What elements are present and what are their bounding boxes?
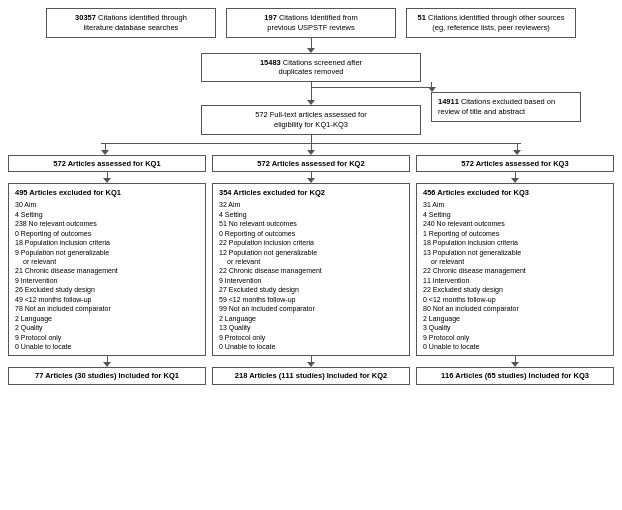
fulltext-line2: eligibility for KQ1-KQ3 (274, 120, 348, 129)
source-box-1: 30357 Citations identified through liter… (46, 8, 216, 38)
fulltext-line1: 572 Full-text articles assessed for (255, 110, 367, 119)
source3-line1: Citations identified through other sourc… (428, 13, 564, 22)
source1-number: 30357 (75, 13, 96, 22)
kq2-excluded-items: 32 Aim 4 Setting 51 No relevant outcomes… (219, 200, 403, 351)
kq3-excluded-box: 456 Articles excluded for KQ3 31 Aim 4 S… (416, 183, 614, 356)
flowchart: 30357 Citations identified through liter… (8, 8, 614, 385)
excluded-line2: review of title and abstract (438, 107, 525, 116)
kq2-excluded-title: 354 Articles excluded for KQ2 (219, 188, 403, 198)
screened-line1: Citations screened after (283, 58, 362, 67)
kq2-column: 572 Articles assessed for KQ2 354 Articl… (212, 155, 410, 386)
kq2-assessed-label: 572 Articles assessed for KQ2 (257, 159, 364, 168)
kq1-assessed-label: 572 Articles assessed for KQ1 (53, 159, 160, 168)
excluded-box: 14911 Citations excluded based on review… (431, 92, 581, 122)
fulltext-box: 572 Full-text articles assessed for elig… (201, 105, 421, 135)
kq1-column: 572 Articles assessed for KQ1 495 Articl… (8, 155, 206, 386)
source2-line1: Citations Identified from (279, 13, 358, 22)
three-col-section: 572 Articles assessed for KQ1 495 Articl… (8, 155, 614, 386)
kq1-excluded-title: 495 Articles excluded for KQ1 (15, 188, 199, 198)
kq3-included-box: 116 Articles (65 studies) Included for K… (416, 367, 614, 385)
kq1-assessed-box: 572 Articles assessed for KQ1 (8, 155, 206, 173)
excluded-line1: Citations excluded based on (461, 97, 555, 106)
screened-box: 15483 Citations screened after duplicate… (201, 53, 421, 83)
source2-number: 197 (264, 13, 277, 22)
source1-line1: Citations identified through (98, 13, 187, 22)
screened-number: 15483 (260, 58, 281, 67)
screened-line2: duplicates removed (278, 67, 343, 76)
source2-line2: previous USPSTF reviews (267, 23, 355, 32)
source-box-2: 197 Citations Identified from previous U… (226, 8, 396, 38)
source1-line2: literature database searches (84, 23, 179, 32)
excluded-number: 14911 (438, 97, 459, 106)
source-box-3: 51 Citations identified through other so… (406, 8, 576, 38)
source3-line2: (eg, reference lists, peer reviewers) (432, 23, 550, 32)
kq3-column: 572 Articles assessed for KQ3 456 Articl… (416, 155, 614, 386)
kq2-excluded-box: 354 Articles excluded for KQ2 32 Aim 4 S… (212, 183, 410, 356)
kq3-assessed-label: 572 Articles assessed for KQ3 (461, 159, 568, 168)
kq3-excluded-title: 456 Articles excluded for KQ3 (423, 188, 607, 198)
kq1-excluded-box: 495 Articles excluded for KQ1 30 Aim 4 S… (8, 183, 206, 356)
kq2-assessed-box: 572 Articles assessed for KQ2 (212, 155, 410, 173)
top-source-row: 30357 Citations identified through liter… (8, 8, 614, 38)
kq3-included-label: 116 Articles (65 studies) Included for K… (441, 371, 589, 380)
kq1-excluded-items: 30 Aim 4 Setting 238 No relevant outcome… (15, 200, 199, 351)
kq3-excluded-items: 31 Aim 4 Setting 240 No relevant outcome… (423, 200, 607, 351)
kq1-included-box: 77 Articles (30 studies) Included for KQ… (8, 367, 206, 385)
kq2-included-label: 218 Articles (111 studies) Included for … (235, 371, 387, 380)
kq1-included-label: 77 Articles (30 studies) Included for KQ… (35, 371, 179, 380)
source3-number: 51 (418, 13, 426, 22)
kq3-assessed-box: 572 Articles assessed for KQ3 (416, 155, 614, 173)
kq2-included-box: 218 Articles (111 studies) Included for … (212, 367, 410, 385)
